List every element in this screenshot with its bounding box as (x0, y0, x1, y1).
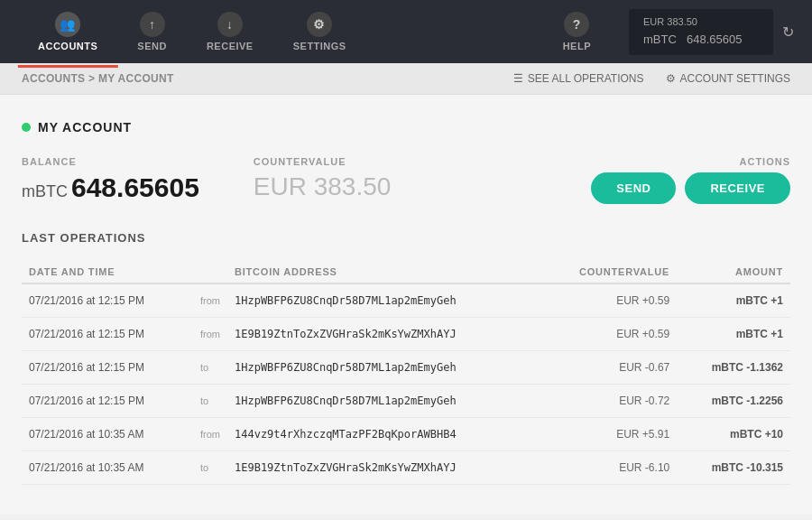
account-settings-link[interactable]: ⚙ ACCOUNT SETTINGS (666, 72, 790, 85)
receive-icon: ↓ (217, 12, 243, 37)
operations-table: DATE AND TIME BITCOIN ADDRESS COUNTERVAL… (22, 261, 790, 485)
cell-address: 1HzpWBFP6ZU8CnqDr58D7ML1ap2mEmyGeh (227, 283, 539, 318)
breadcrumb-bar: ACCOUNTS > MY ACCOUNT ☰ SEE ALL OPERATIO… (0, 63, 812, 95)
action-buttons: SEND RECEIVE (591, 172, 790, 204)
nav-balance-btc: mBTC 648.65605 (643, 27, 742, 48)
nav-label-accounts: ACCOUNTS (38, 41, 97, 51)
table-row: 07/21/2016 at 10:35 AM from 144vz9t4rXhz… (22, 418, 790, 451)
main-content: MY ACCOUNT BALANCE mBTC648.65605 COUNTER… (0, 95, 812, 515)
nav-balance-btc-value: 648.65605 (687, 32, 742, 46)
nav-balance-eur: EUR 383.50 (643, 16, 697, 27)
cell-date: 07/21/2016 at 12:15 PM (22, 385, 193, 418)
cell-address: 144vz9t4rXhzczqMTazPF2BqKporAWBHB4 (227, 418, 539, 451)
table-row: 07/21/2016 at 12:15 PM to 1HzpWBFP6ZU8Cn… (22, 351, 790, 385)
cell-date: 07/21/2016 at 10:35 AM (22, 418, 193, 451)
cell-direction: from (193, 318, 227, 351)
account-settings-label: ACCOUNT SETTINGS (680, 72, 790, 85)
col-date: DATE AND TIME (22, 261, 193, 283)
balance-row: BALANCE mBTC648.65605 COUNTERVALUE EUR 3… (22, 156, 790, 204)
cell-direction: from (193, 418, 227, 451)
operations-title: LAST OPERATIONS (22, 231, 790, 245)
cell-amount: mBTC -10.315 (677, 451, 790, 485)
countervalue-value: EUR 383.50 (254, 172, 392, 201)
nav-label-receive: RECEIVE (207, 41, 254, 51)
cell-amount: mBTC -1.1362 (677, 351, 790, 385)
cell-direction: to (193, 385, 227, 418)
nav-item-accounts[interactable]: 👥 ACCOUNTS (18, 12, 117, 51)
nav-balance-btc-unit: mBTC (643, 32, 677, 46)
send-button[interactable]: SEND (591, 172, 676, 204)
nav-label-send: SEND (137, 41, 167, 51)
cell-direction: to (193, 351, 227, 385)
balance-amount: 648.65605 (71, 172, 199, 202)
countervalue-label: COUNTERVALUE (254, 156, 392, 167)
cell-address: 1E9B19ZtnToZxZVGHraSk2mKsYwZMXhAYJ (227, 451, 539, 485)
cell-amount: mBTC +10 (677, 418, 790, 451)
cell-countervalue: EUR +5.91 (539, 418, 677, 451)
gear-icon: ⚙ (666, 72, 676, 85)
cell-date: 07/21/2016 at 10:35 AM (22, 451, 193, 485)
settings-icon: ⚙ (307, 12, 332, 37)
cell-amount: mBTC +1 (677, 318, 790, 351)
see-all-operations-link[interactable]: ☰ SEE ALL OPERATIONS (513, 72, 644, 85)
top-nav: 👥 ACCOUNTS ↑ SEND ↓ RECEIVE ⚙ SETTINGS ?… (0, 0, 812, 63)
nav-balance: EUR 383.50 mBTC 648.65605 (629, 9, 773, 55)
nav-item-send[interactable]: ↑ SEND (117, 12, 187, 51)
cell-direction: from (193, 283, 227, 318)
breadcrumb-actions: ☰ SEE ALL OPERATIONS ⚙ ACCOUNT SETTINGS (513, 72, 790, 85)
cell-date: 07/21/2016 at 12:15 PM (22, 318, 193, 351)
nav-label-settings: SETTINGS (293, 41, 346, 51)
col-amount: AMOUNT (677, 261, 790, 283)
actions-label: ACTIONS (740, 156, 791, 167)
table-row: 07/21/2016 at 12:15 PM to 1HzpWBFP6ZU8Cn… (22, 385, 790, 418)
cell-amount: mBTC +1 (677, 283, 790, 318)
balance-label: BALANCE (22, 156, 199, 167)
cell-countervalue: EUR -0.67 (539, 351, 677, 385)
refresh-button[interactable]: ↻ (782, 23, 794, 41)
cell-direction: to (193, 451, 227, 485)
balance-section: BALANCE mBTC648.65605 (22, 156, 199, 203)
cell-address: 1HzpWBFP6ZU8CnqDr58D7ML1ap2mEmyGeh (227, 385, 539, 418)
col-countervalue: COUNTERVALUE (539, 261, 677, 283)
countervalue-section: COUNTERVALUE EUR 383.50 (254, 156, 392, 201)
cell-address: 1HzpWBFP6ZU8CnqDr58D7ML1ap2mEmyGeh (227, 351, 539, 385)
cell-amount: mBTC -1.2256 (677, 385, 790, 418)
help-icon: ? (564, 12, 589, 37)
nav-label-help: HELP (563, 41, 591, 51)
cell-countervalue: EUR -0.72 (539, 385, 677, 418)
list-icon: ☰ (513, 72, 523, 85)
breadcrumb-root[interactable]: ACCOUNTS (22, 72, 85, 85)
send-icon: ↑ (140, 12, 165, 37)
nav-item-receive[interactable]: ↓ RECEIVE (187, 12, 273, 51)
table-row: 07/21/2016 at 10:35 AM to 1E9B19ZtnToZxZ… (22, 451, 790, 485)
receive-button[interactable]: RECEIVE (685, 172, 790, 204)
accounts-icon: 👥 (55, 12, 80, 37)
col-direction-spacer (193, 261, 227, 283)
table-row: 07/21/2016 at 12:15 PM from 1E9B19ZtnToZ… (22, 318, 790, 351)
cell-countervalue: EUR +0.59 (539, 318, 677, 351)
breadcrumb: ACCOUNTS > MY ACCOUNT (22, 72, 174, 85)
cell-address: 1E9B19ZtnToZxZVGHraSk2mKsYwZMXhAYJ (227, 318, 539, 351)
breadcrumb-current: MY ACCOUNT (98, 72, 174, 85)
cell-date: 07/21/2016 at 12:15 PM (22, 351, 193, 385)
balance-value: mBTC648.65605 (22, 172, 199, 203)
nav-item-settings[interactable]: ⚙ SETTINGS (273, 12, 366, 51)
account-header: MY ACCOUNT (22, 120, 790, 135)
breadcrumb-separator: > (88, 72, 95, 85)
table-header-row: DATE AND TIME BITCOIN ADDRESS COUNTERVAL… (22, 261, 790, 283)
table-row: 07/21/2016 at 12:15 PM from 1HzpWBFP6ZU8… (22, 283, 790, 318)
balance-unit: mBTC (22, 182, 68, 200)
nav-item-help[interactable]: ? HELP (543, 12, 611, 51)
nav-items: 👥 ACCOUNTS ↑ SEND ↓ RECEIVE ⚙ SETTINGS ?… (18, 12, 611, 51)
col-address: BITCOIN ADDRESS (227, 261, 539, 283)
cell-countervalue: EUR -6.10 (539, 451, 677, 485)
account-status-dot (22, 123, 31, 132)
see-all-label: SEE ALL OPERATIONS (528, 72, 644, 85)
actions-section: ACTIONS SEND RECEIVE (591, 156, 790, 204)
cell-date: 07/21/2016 at 12:15 PM (22, 283, 193, 318)
account-title: MY ACCOUNT (38, 120, 132, 135)
cell-countervalue: EUR +0.59 (539, 283, 677, 318)
